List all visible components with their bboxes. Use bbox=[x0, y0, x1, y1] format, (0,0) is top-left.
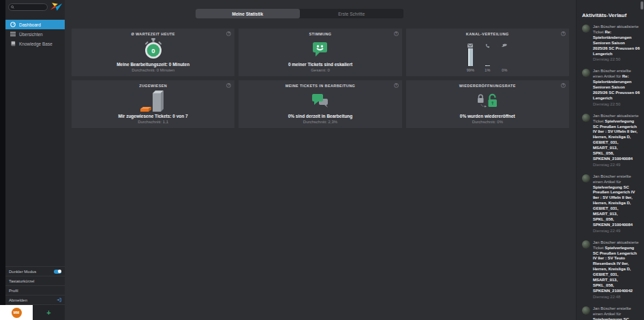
dashboard-tabbar: Meine Statistik Erste Schritte bbox=[196, 9, 403, 18]
phone-icon bbox=[485, 43, 490, 48]
avatar[interactable] bbox=[582, 174, 590, 182]
channel-email: 99% bbox=[465, 43, 476, 76]
book-icon bbox=[10, 41, 16, 46]
activity-time: Dienstag 22:48 bbox=[593, 295, 640, 300]
search-icon bbox=[11, 5, 14, 9]
avatar[interactable] bbox=[582, 306, 590, 315]
chat-bubbles-icon bbox=[311, 88, 329, 114]
card-kanal-verteilung: KANAL-VERTEILUNG 99% 1% bbox=[406, 29, 569, 76]
card-wiedereroeffnungsrate: WIEDERERÖFFNUNGSRATE 0% wurden wiedererö… bbox=[406, 80, 569, 128]
logout-label: Abmelden bbox=[9, 298, 27, 302]
card-secondary-text: Durchschnitt: 0% bbox=[472, 120, 503, 124]
activity-target-link[interactable]: Spielverlegung SC Preußen Lengerich IV 9… bbox=[593, 185, 635, 227]
card-primary-text: Meine Bearbeitungszeit: 0 Minuten bbox=[117, 62, 189, 67]
activity-target-link[interactable]: Spielverlegung SC Preußen Lengerich IV 9… bbox=[593, 119, 637, 161]
sidebar-item-label: Knowledge Base bbox=[19, 42, 52, 46]
scrollbar-thumb[interactable] bbox=[641, 1, 643, 10]
activity-time: Dienstag 22:50 bbox=[593, 102, 640, 108]
new-tab-button[interactable]: + bbox=[33, 305, 65, 320]
channel-pct: 0% bbox=[502, 68, 507, 72]
twitter-icon bbox=[502, 43, 507, 48]
activity-item: Jan Büscher erstellte einen Artikel für … bbox=[582, 174, 640, 234]
channel-bar bbox=[485, 65, 490, 67]
sidebar-item-uebersichten[interactable]: Übersichten bbox=[5, 29, 65, 39]
stats-grid: Ø WARTEZEIT HEUTE 0 Meine Bearbeitungsze… bbox=[72, 29, 569, 128]
card-primary-text: 0% wurden wiedereröffnet bbox=[460, 114, 515, 118]
activity-target-link[interactable]: Spielverlegung SC Preußen Lengerich IV 9… bbox=[593, 246, 637, 293]
logout-icon bbox=[57, 298, 61, 302]
sidebar-item-knowledge-base[interactable]: Knowledge Base bbox=[5, 39, 65, 48]
dark-mode-row[interactable]: Dunkler Modus bbox=[5, 266, 65, 276]
avatar[interactable] bbox=[582, 114, 590, 122]
avatar[interactable] bbox=[582, 69, 590, 77]
card-wartezeit: Ø WARTEZEIT HEUTE 0 Meine Bearbeitungsze… bbox=[72, 29, 234, 76]
activity-feed: Aktivitäts-Verlauf Jan Büscher aktualisi… bbox=[576, 0, 644, 320]
card-stimmung: STIMMUNG 0 meiner Tickets sind eskaliert… bbox=[239, 29, 401, 76]
activity-title: Aktivitäts-Verlauf bbox=[582, 12, 640, 18]
card-secondary-text: Gesamt: 0 bbox=[311, 68, 330, 72]
sidebar-item-dashboard[interactable]: Dashboard bbox=[5, 20, 65, 29]
avatar[interactable]: MM bbox=[12, 308, 22, 318]
channel-twitter: 0% bbox=[499, 43, 510, 76]
channel-bar bbox=[468, 48, 473, 66]
help-icon[interactable] bbox=[561, 31, 566, 36]
card-in-bearbeitung: MEINE TICKETS IN BEARBEITUNG 0% sind der… bbox=[239, 80, 401, 128]
card-secondary-text: Durchschnitt: 1,1 bbox=[138, 120, 168, 124]
sidebar-item-label: Übersichten bbox=[19, 32, 43, 37]
activity-item: Jan Büscher aktualisierte Ticket Spielve… bbox=[582, 114, 640, 168]
help-icon[interactable] bbox=[561, 83, 566, 88]
mood-smiley-bubble-icon bbox=[311, 36, 328, 62]
activity-time: Dienstag 22:49 bbox=[593, 163, 640, 168]
taskbar: MM + bbox=[0, 305, 65, 320]
activity-target-link[interactable]: Spielverlegung SC Preußen Lengerich IV 9… bbox=[593, 317, 635, 320]
activity-lead: Jan Büscher erstellte einen Artikel für bbox=[593, 174, 631, 184]
sidebar: Dashboard Übersichten Knowledge Base Dun… bbox=[5, 0, 65, 320]
activity-item: Jan Büscher aktualisierte Ticket Re: Spi… bbox=[582, 25, 640, 63]
avatar[interactable] bbox=[582, 240, 590, 249]
card-secondary-text: Durchschnitt: 2,3% bbox=[303, 120, 337, 124]
avatar[interactable] bbox=[582, 25, 590, 33]
activity-lead: Jan Büscher aktualisierte Ticket bbox=[593, 25, 639, 34]
card-secondary-text: Durchschnitt: 0 Minuten bbox=[132, 68, 174, 72]
card-primary-text: 0 meiner Tickets sind eskaliert bbox=[288, 62, 352, 67]
profile-item[interactable]: Profil bbox=[5, 285, 65, 295]
help-icon[interactable] bbox=[394, 83, 399, 88]
search-input[interactable] bbox=[16, 5, 45, 10]
keyboard-shortcuts-item[interactable]: Tastaturkürzel bbox=[5, 276, 65, 285]
activity-time: Dienstag 22:50 bbox=[593, 57, 640, 63]
sidebar-nav: Dashboard Übersichten Knowledge Base bbox=[5, 20, 65, 48]
channel-phone: 1% bbox=[482, 43, 493, 76]
activity-lead: Jan Büscher erstellte einen Artikel für bbox=[593, 306, 631, 316]
logout-item[interactable]: Abmelden bbox=[5, 295, 65, 304]
card-primary-text: Mir zugewiesene Tickets: 0 von 7 bbox=[119, 114, 188, 118]
stopwatch-value: 0 bbox=[151, 47, 155, 54]
channel-pct: 1% bbox=[485, 68, 490, 72]
activity-item: Jan Büscher erstellte einen Artikel für … bbox=[582, 69, 640, 107]
dark-mode-label: Dunkler Modus bbox=[9, 270, 36, 274]
zammad-logo-icon bbox=[50, 2, 63, 12]
overviews-list-icon bbox=[10, 31, 16, 37]
dark-mode-toggle[interactable] bbox=[54, 270, 61, 274]
activity-item: Jan Büscher aktualisierte Ticket Spielve… bbox=[582, 240, 640, 300]
channel-bar-chart: 99% 1% 0% bbox=[465, 37, 510, 76]
sidebar-item-label: Dashboard bbox=[19, 22, 41, 27]
locks-icon bbox=[476, 88, 499, 114]
dashboard-icon bbox=[10, 22, 16, 27]
shortcuts-label: Tastaturkürzel bbox=[9, 279, 34, 283]
help-icon[interactable] bbox=[226, 31, 231, 36]
stopwatch-icon: 0 bbox=[143, 36, 164, 62]
user-tab[interactable]: MM bbox=[0, 305, 33, 320]
help-icon[interactable] bbox=[226, 83, 231, 88]
window-edge bbox=[0, 0, 5, 320]
help-icon[interactable] bbox=[394, 31, 399, 36]
activity-time: Dienstag 22:49 bbox=[593, 229, 640, 234]
tab-erste-schritte[interactable]: Erste Schritte bbox=[300, 9, 404, 18]
email-icon bbox=[467, 43, 473, 48]
profile-label: Profil bbox=[9, 289, 18, 293]
card-title: KANAL-VERTEILUNG bbox=[466, 32, 509, 36]
tab-meine-statistik[interactable]: Meine Statistik bbox=[196, 9, 300, 18]
card-zugewiesen: ZUGEWIESEN Mir zugewiesene Tickets: 0 vo… bbox=[72, 80, 234, 128]
channel-pct: 99% bbox=[467, 68, 474, 72]
search-box[interactable] bbox=[8, 3, 48, 11]
activity-item: Jan Büscher erstellte einen Artikel für … bbox=[582, 306, 640, 320]
